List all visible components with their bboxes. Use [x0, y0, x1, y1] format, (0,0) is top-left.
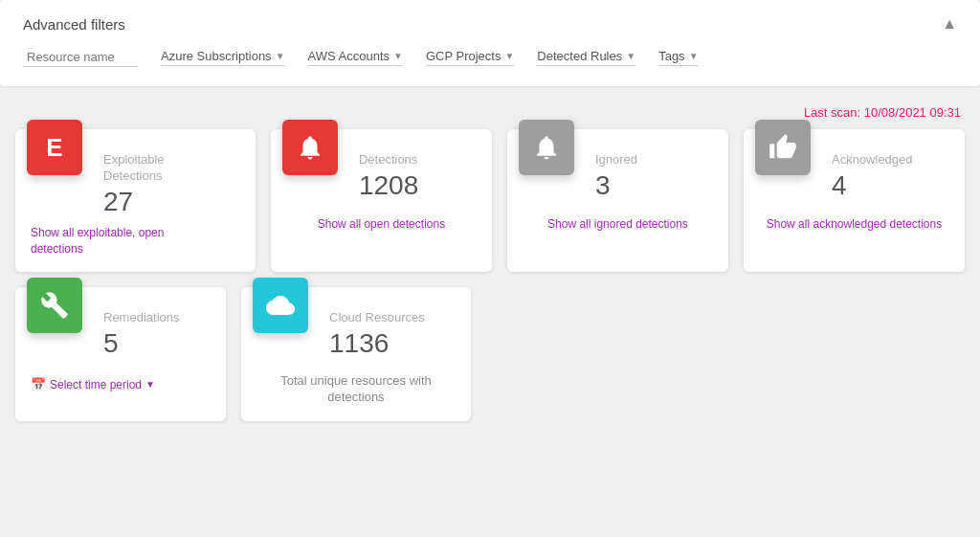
acknowledged-icon-block — [755, 120, 811, 175]
acknowledged-card: Acknowledged 4 Show all acknowledged det… — [744, 129, 965, 272]
cloud-resources-label: Cloud Resources — [329, 310, 425, 326]
filters-title: Advanced filters — [23, 16, 125, 33]
cloud-icon — [266, 291, 295, 320]
ignored-icon-block: z — [519, 120, 574, 175]
bell-z-icon: z — [532, 133, 561, 162]
cloud-resources-card: Cloud Resources 1136 Total unique resour… — [241, 287, 471, 421]
acknowledged-number: 4 — [832, 170, 913, 201]
exploitable-content: Exploitable Detections 27 — [103, 152, 165, 217]
exploitable-label: Exploitable Detections — [103, 152, 165, 185]
time-period-chevron: ▼ — [145, 379, 155, 390]
tags-label: Tags — [658, 49, 684, 63]
wrench-icon — [40, 291, 69, 320]
detections-label: Detections — [359, 152, 418, 168]
detected-rules-dropdown[interactable]: Detected Rules ▼ — [537, 49, 635, 66]
last-scan-value: 10/08/2021 09:31 — [864, 105, 961, 120]
chevron-down-icon: ▼ — [689, 51, 699, 61]
last-scan-label: Last scan: — [804, 105, 860, 120]
remediations-number: 5 — [103, 328, 180, 359]
detections-card: Detections 1208 Show all open detections — [271, 129, 492, 272]
gcp-projects-dropdown[interactable]: GCP Projects ▼ — [426, 49, 514, 66]
detections-number: 1208 — [359, 170, 418, 201]
ignored-number: 3 — [595, 170, 637, 201]
resource-name-input[interactable] — [23, 48, 138, 67]
aws-accounts-label: AWS Accounts — [308, 49, 390, 63]
azure-subscriptions-dropdown[interactable]: Azure Subscriptions ▼ — [161, 49, 285, 66]
azure-subscriptions-label: Azure Subscriptions — [161, 49, 272, 63]
exploitable-detections-card: E Exploitable Detections 27 Show all exp… — [15, 129, 256, 272]
calendar-icon: 📅 — [31, 377, 46, 392]
acknowledged-content: Acknowledged 4 — [832, 152, 913, 210]
remediations-label: Remediations — [103, 310, 180, 326]
detected-rules-label: Detected Rules — [537, 49, 622, 63]
select-time-period-button[interactable]: 📅 Select time period ▼ — [31, 377, 155, 392]
ignored-link[interactable]: Show all ignored detections — [523, 217, 713, 231]
filters-row: Azure Subscriptions ▼ AWS Accounts ▼ GCP… — [23, 48, 957, 67]
cards-row-1: E Exploitable Detections 27 Show all exp… — [15, 129, 965, 272]
thumbs-up-icon — [768, 133, 797, 162]
filters-header: Advanced filters ▲ — [23, 15, 957, 33]
last-scan: Last scan: 10/08/2021 09:31 — [15, 105, 965, 120]
chevron-down-icon: ▼ — [393, 51, 403, 61]
chevron-down-icon: ▼ — [504, 51, 514, 61]
ignored-label: Ignored — [595, 152, 637, 168]
exploitable-link[interactable]: Show all exploitable, open detections — [31, 225, 240, 257]
cloud-resources-number: 1136 — [329, 328, 425, 359]
exploitable-icon-block: E — [27, 120, 82, 175]
acknowledged-link[interactable]: Show all acknowledged detections — [759, 217, 949, 231]
ignored-card: z Ignored 3 Show all ignored detections — [507, 129, 728, 272]
remediations-card: Remediations 5 📅 Select time period ▼ — [15, 287, 226, 421]
svg-text:z: z — [544, 139, 547, 147]
gcp-projects-label: GCP Projects — [426, 49, 501, 63]
time-period-label: Select time period — [50, 378, 142, 392]
cloud-resources-sublabel: Total unique resources with detections — [256, 373, 456, 406]
dashboard: Last scan: 10/08/2021 09:31 E Exploitabl… — [0, 98, 980, 436]
remediations-content: Remediations 5 — [103, 310, 180, 368]
cloud-resources-content: Cloud Resources 1136 — [329, 310, 425, 368]
chevron-down-icon: ▼ — [276, 51, 285, 61]
exploitable-icon: E — [46, 133, 62, 163]
tags-dropdown[interactable]: Tags ▼ — [658, 49, 698, 66]
chevron-down-icon: ▼ — [626, 51, 635, 61]
acknowledged-label: Acknowledged — [832, 152, 913, 168]
cloud-resources-icon-block — [253, 278, 308, 333]
detections-content: Detections 1208 — [359, 152, 418, 210]
bell-icon — [296, 133, 324, 162]
exploitable-number: 27 — [103, 187, 165, 217]
ignored-content: Ignored 3 — [595, 152, 637, 210]
detections-link[interactable]: Show all open detections — [286, 217, 477, 231]
aws-accounts-dropdown[interactable]: AWS Accounts ▼ — [308, 49, 403, 66]
filters-panel: Advanced filters ▲ Azure Subscriptions ▼… — [0, 0, 980, 86]
detections-icon-block — [282, 120, 338, 175]
collapse-icon[interactable]: ▲ — [942, 15, 957, 33]
cards-row-2: Remediations 5 📅 Select time period ▼ Cl… — [15, 287, 965, 421]
remediations-icon-block — [27, 278, 82, 333]
